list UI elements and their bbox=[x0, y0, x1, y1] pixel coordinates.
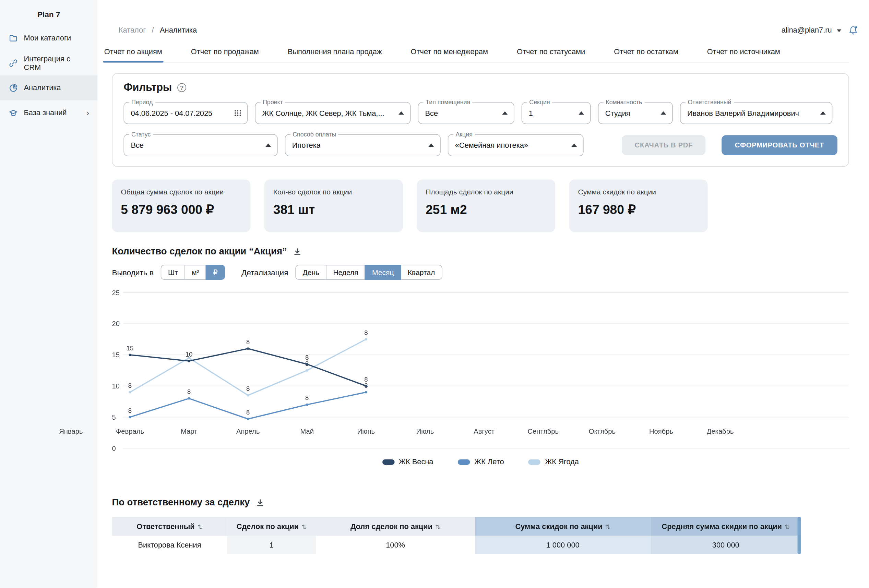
sort-icon[interactable]: ⇅ bbox=[784, 523, 790, 530]
breadcrumb-catalog[interactable]: Каталог bbox=[119, 26, 146, 34]
table-row: Викторова Ксения 1 100% 1 000 000 300 00… bbox=[112, 536, 801, 554]
detail-toggle: День Неделя Месяц Квартал bbox=[296, 265, 442, 280]
col-header-label: Доля сделок по акции bbox=[350, 522, 432, 530]
sort-icon[interactable]: ⇅ bbox=[605, 523, 610, 530]
unit-option-pcs[interactable]: Шт bbox=[161, 265, 185, 280]
chevron-down-icon bbox=[837, 29, 841, 32]
sidebar-item-my-catalogs[interactable]: Мои каталоги bbox=[0, 25, 97, 50]
account-email[interactable]: alina@plan7.ru bbox=[782, 26, 832, 34]
svg-text:8: 8 bbox=[128, 382, 132, 389]
legend-item-vesna[interactable]: ЖК Весна bbox=[382, 458, 433, 466]
unit-toggle: Шт м² ₽ bbox=[161, 265, 225, 280]
sort-icon[interactable]: ⇅ bbox=[197, 523, 203, 530]
caret-up-icon bbox=[265, 144, 271, 147]
legend-label: ЖК Ягода bbox=[545, 458, 579, 466]
analytics-icon bbox=[8, 83, 18, 92]
field-label: Способ оплаты bbox=[291, 130, 338, 137]
generate-report-button[interactable]: СФОРМИРОВАТЬ ОТЧЕТ bbox=[722, 135, 838, 155]
legend-item-leto[interactable]: ЖК Лето bbox=[458, 458, 504, 466]
tab-sources-report[interactable]: Отчет по источникам bbox=[706, 43, 782, 62]
kpi-value: 381 шт bbox=[273, 202, 394, 218]
cell-discount-sum: 1 000 000 bbox=[475, 536, 651, 554]
col-header-deals[interactable]: Сделок по акции⇅ bbox=[227, 517, 316, 536]
download-table-icon[interactable] bbox=[256, 499, 264, 507]
field-label: Акция bbox=[453, 130, 475, 137]
download-chart-icon[interactable] bbox=[293, 247, 301, 256]
sort-icon[interactable]: ⇅ bbox=[301, 523, 307, 530]
tab-sales-report[interactable]: Отчет по продажам bbox=[190, 43, 260, 62]
notification-bell-icon[interactable] bbox=[848, 25, 858, 35]
filters-panel: Фильтры ? Период 04.06.2025 - 04.07.2025… bbox=[112, 73, 849, 167]
legend-item-yagoda[interactable]: ЖК Ягода bbox=[528, 458, 579, 466]
unit-option-rub[interactable]: ₽ bbox=[206, 265, 225, 280]
tab-managers-report[interactable]: Отчет по менеджерам bbox=[409, 43, 489, 62]
sidebar-item-crm-integration[interactable]: Интеграция с CRM bbox=[0, 50, 97, 76]
unit-option-m2[interactable]: м² bbox=[184, 265, 206, 280]
unit-toggle-label: Выводить в bbox=[112, 268, 154, 277]
rooms-select[interactable]: Комнатность Студия bbox=[598, 102, 673, 124]
project-select[interactable]: Проект ЖК Солнце, ЖК Север, ЖК Тьма,... bbox=[255, 102, 411, 124]
svg-text:Июнь: Июнь bbox=[357, 428, 375, 435]
kpi-value: 251 м2 bbox=[426, 202, 546, 218]
field-label: Статус bbox=[129, 130, 153, 137]
svg-text:5: 5 bbox=[112, 413, 116, 421]
sidebar-item-analytics[interactable]: Аналитика bbox=[0, 76, 97, 101]
sidebar-item-knowledge-base[interactable]: База знаний › bbox=[0, 101, 97, 126]
section-select[interactable]: Секция 1 bbox=[522, 102, 591, 124]
svg-text:10: 10 bbox=[185, 351, 193, 358]
kpi-label: Кол-во сделок по акции bbox=[273, 188, 394, 196]
breadcrumb-analytics: Аналитика bbox=[160, 26, 197, 34]
legend-swatch bbox=[382, 459, 394, 465]
topbar: Каталог / Аналитика alina@plan7.ru bbox=[112, 24, 858, 35]
kpi-value: 5 879 963 000 ₽ bbox=[121, 202, 242, 218]
account-menu[interactable]: alina@plan7.ru bbox=[782, 25, 858, 35]
svg-text:8: 8 bbox=[246, 338, 250, 346]
period-field[interactable]: Период 04.06.2025 - 04.07.2025 bbox=[123, 102, 248, 124]
sort-icon[interactable]: ⇅ bbox=[435, 523, 440, 530]
detail-option-month[interactable]: Месяц bbox=[365, 265, 401, 280]
sidebar-nav: Мои каталоги Интеграция с CRM Аналитика … bbox=[0, 25, 97, 125]
legend-label: ЖК Весна bbox=[399, 458, 433, 466]
col-header-label: Ответственный bbox=[136, 522, 195, 530]
cell-avg-discount: 300 000 bbox=[651, 536, 801, 554]
field-label: Тип помещения bbox=[424, 99, 473, 105]
filters-title: Фильтры bbox=[123, 81, 172, 94]
table-scrollbar[interactable] bbox=[798, 517, 801, 554]
svg-text:8: 8 bbox=[305, 394, 308, 401]
svg-text:8: 8 bbox=[187, 388, 191, 395]
col-header-label: Сделок по акции bbox=[237, 522, 299, 530]
svg-text:15: 15 bbox=[126, 345, 134, 352]
caret-up-icon bbox=[660, 111, 666, 115]
col-header-avg-discount[interactable]: Средняя сумма скидки по акции⇅ bbox=[651, 517, 801, 536]
tab-statuses-report[interactable]: Отчет по статусами bbox=[516, 43, 586, 62]
col-header-discount-sum[interactable]: Сумма скидок по акции⇅ bbox=[475, 517, 651, 536]
field-label: Ответственный bbox=[685, 99, 734, 105]
help-icon[interactable]: ? bbox=[177, 83, 186, 92]
download-pdf-button[interactable]: СКАЧАТЬ В PDF bbox=[622, 135, 706, 155]
responsible-select[interactable]: Ответственный Иванов Валерий Владимирови… bbox=[680, 102, 832, 124]
tab-sales-plan-report[interactable]: Выполнения плана продаж bbox=[287, 43, 383, 62]
svg-text:8: 8 bbox=[305, 354, 308, 361]
svg-text:Октябрь: Октябрь bbox=[589, 428, 615, 435]
svg-text:Сентябрь: Сентябрь bbox=[528, 428, 559, 435]
svg-text:Апрель: Апрель bbox=[236, 428, 260, 435]
svg-text:Февраль: Февраль bbox=[116, 428, 144, 435]
main-content: Каталог / Аналитика alina@plan7.ru Отчет… bbox=[97, 0, 869, 588]
table-header-row: Ответственный⇅ Сделок по акции⇅ Доля сде… bbox=[112, 517, 801, 536]
svg-text:0: 0 bbox=[112, 445, 116, 452]
chart-controls: Выводить в Шт м² ₽ Детализация День Неде… bbox=[112, 265, 849, 280]
promo-select[interactable]: Акция «Семейная ипотека» bbox=[448, 134, 584, 156]
col-header-share[interactable]: Доля сделок по акции⇅ bbox=[316, 517, 475, 536]
room-type-select[interactable]: Тип помещения Все bbox=[418, 102, 515, 124]
col-header-responsible[interactable]: Ответственный⇅ bbox=[112, 517, 227, 536]
status-select[interactable]: Статус Все bbox=[123, 134, 277, 156]
svg-text:Март: Март bbox=[181, 428, 197, 435]
tab-leftovers-report[interactable]: Отчет по остаткам bbox=[613, 43, 679, 62]
caret-up-icon bbox=[399, 111, 404, 115]
breadcrumb-separator: / bbox=[152, 26, 154, 34]
tab-promo-report[interactable]: Отчет по акциям bbox=[103, 43, 163, 62]
payment-method-select[interactable]: Способ оплаты Ипотека bbox=[285, 134, 441, 156]
detail-option-day[interactable]: День bbox=[296, 265, 326, 280]
detail-option-week[interactable]: Неделя bbox=[326, 265, 365, 280]
detail-option-quarter[interactable]: Квартал bbox=[400, 265, 442, 280]
